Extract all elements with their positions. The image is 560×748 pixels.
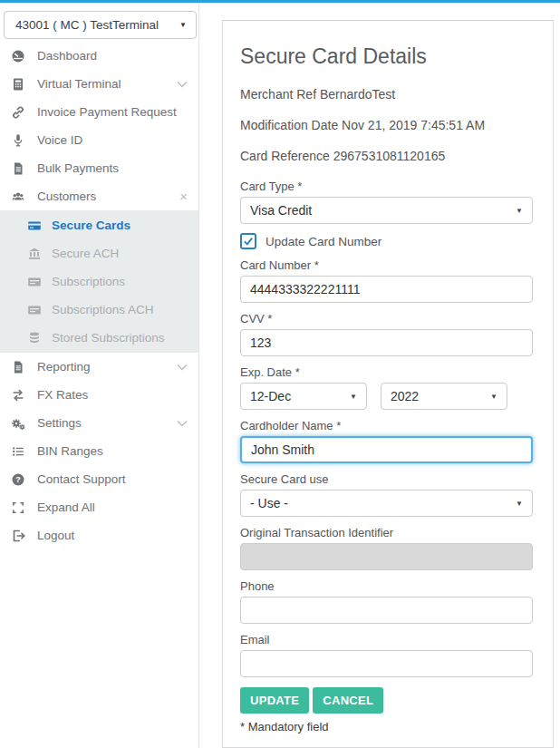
card-type-select[interactable]: Visa Credit ▼ — [240, 197, 533, 224]
original-transaction-identifier-label: Original Transaction Identifier — [240, 526, 533, 539]
sidebar-item-stored-subscriptions[interactable]: Stored Subscriptions — [0, 324, 198, 352]
sidebar-item-fx-rates[interactable]: FX Rates — [0, 381, 198, 409]
update-button[interactable]: UPDATE — [240, 687, 309, 714]
card-icon — [27, 275, 42, 289]
secure-card-use-select[interactable]: - Use - ▼ — [240, 490, 533, 517]
chevron-down-icon — [177, 81, 188, 88]
chevron-down-icon — [177, 420, 188, 427]
sidebar-item-label: Expand All — [37, 500, 188, 514]
sidebar-item-virtual-terminal[interactable]: Virtual Terminal — [0, 70, 198, 98]
link-icon — [11, 105, 25, 120]
sidebar-item-subscriptions-ach[interactable]: Subscriptions ACH — [0, 296, 198, 324]
caret-down-icon: ▼ — [179, 21, 187, 29]
sidebar-item-label: Subscriptions — [52, 275, 125, 288]
merchant-ref-text: Merchant Ref BernardoTest — [240, 87, 533, 102]
customers-submenu: Secure Cards Secure ACH Subscriptions Su… — [0, 210, 198, 353]
dashboard-icon — [11, 49, 25, 63]
cardholder-name-label: Cardholder Name * — [240, 419, 533, 432]
chevron-down-icon — [177, 364, 188, 371]
sidebar-item-bin-ranges[interactable]: BIN Ranges — [0, 437, 198, 465]
sidebar-item-expand-all[interactable]: Expand All — [0, 493, 198, 521]
exp-year-value: 2022 — [391, 389, 419, 403]
sidebar-item-dashboard[interactable]: Dashboard — [0, 42, 198, 70]
caret-down-icon: ▼ — [490, 393, 497, 401]
update-card-number-checkbox-row[interactable]: Update Card Number — [240, 233, 533, 249]
caret-down-icon: ▼ — [516, 207, 523, 215]
sidebar-item-secure-ach[interactable]: Secure ACH — [0, 239, 198, 267]
sidebar-item-customers[interactable]: Customers × — [0, 182, 198, 210]
sidebar-item-contact-support[interactable]: ? Contact Support — [0, 465, 198, 493]
cancel-button[interactable]: CANCEL — [313, 687, 383, 714]
original-transaction-identifier-input — [240, 543, 533, 570]
sidebar-item-label: BIN Ranges — [37, 444, 188, 458]
card-icon — [27, 303, 42, 317]
sidebar-item-invoice-payment-request[interactable]: Invoice Payment Request — [0, 98, 198, 126]
mandatory-field-note: * Mandatory field — [240, 720, 533, 733]
secure-card-details-panel: Secure Card Details Merchant Ref Bernard… — [222, 20, 554, 748]
checkbox-checked-icon[interactable] — [240, 233, 256, 249]
sidebar-item-voice-id[interactable]: Voice ID — [0, 126, 198, 154]
list-icon — [11, 444, 25, 459]
sidebar-item-label: Bulk Payments — [37, 161, 188, 175]
card-number-input[interactable] — [240, 276, 533, 303]
logout-icon — [11, 529, 25, 543]
sidebar-item-label: Customers — [37, 189, 179, 203]
card-reference-text: Card Reference 2967531081120165 — [240, 149, 533, 163]
sidebar-item-subscriptions[interactable]: Subscriptions — [0, 267, 198, 296]
card-type-label: Card Type * — [240, 180, 533, 193]
caret-down-icon: ▼ — [350, 393, 357, 401]
phone-input[interactable] — [240, 597, 533, 624]
top-accent-bar — [0, 0, 560, 3]
credit-card-icon — [27, 219, 42, 233]
phone-label: Phone — [240, 579, 533, 593]
svg-text:?: ? — [15, 474, 21, 484]
terminal-select[interactable]: 43001 ( MC ) TestTerminal ▼ — [4, 11, 197, 39]
collapse-x-icon[interactable]: × — [179, 189, 188, 203]
exp-year-select[interactable]: 2022 ▼ — [381, 383, 507, 410]
terminal-select-value: 43001 ( MC ) TestTerminal — [15, 18, 159, 32]
update-card-number-label: Update Card Number — [266, 235, 381, 248]
card-number-label: Card Number * — [240, 258, 533, 272]
sidebar-item-secure-cards[interactable]: Secure Cards — [0, 211, 198, 239]
secure-card-use-label: Secure Card use — [240, 472, 533, 486]
email-label: Email — [240, 633, 533, 646]
sidebar-item-bulk-payments[interactable]: Bulk Payments — [0, 154, 198, 182]
cvv-input[interactable] — [240, 329, 533, 356]
sidebar-item-label: Stored Subscriptions — [52, 331, 165, 345]
sidebar-item-logout[interactable]: Logout — [0, 521, 198, 549]
exp-month-value: 12-Dec — [250, 389, 291, 403]
email-input[interactable] — [240, 650, 533, 677]
document-icon — [11, 161, 25, 176]
sidebar-item-label: Dashboard — [37, 49, 188, 63]
secure-card-use-value: - Use - — [250, 496, 288, 510]
calculator-icon — [11, 77, 25, 92]
cardholder-name-input[interactable] — [240, 436, 533, 463]
sidebar-item-label: Contact Support — [37, 472, 188, 486]
page-title: Secure Card Details — [240, 44, 533, 69]
caret-down-icon: ▼ — [516, 500, 523, 508]
sidebar-item-settings[interactable]: Settings — [0, 409, 198, 437]
sidebar-item-label: Logout — [37, 529, 188, 542]
sidebar: 43001 ( MC ) TestTerminal ▼ Dashboard Vi… — [0, 3, 199, 748]
exp-month-select[interactable]: 12-Dec ▼ — [240, 383, 367, 410]
customers-icon — [11, 189, 25, 204]
bank-icon — [27, 247, 42, 261]
sidebar-item-reporting[interactable]: Reporting — [0, 353, 198, 381]
gears-icon — [11, 416, 25, 431]
card-type-value: Visa Credit — [250, 203, 312, 218]
database-icon — [27, 331, 42, 345]
cvv-label: CVV * — [240, 312, 533, 325]
sidebar-item-label: Secure Cards — [52, 219, 130, 232]
sidebar-item-label: Virtual Terminal — [37, 77, 177, 91]
sidebar-item-label: Settings — [37, 416, 177, 430]
sidebar-item-label: Subscriptions ACH — [52, 303, 154, 316]
sidebar-item-label: FX Rates — [37, 388, 188, 402]
microphone-icon — [11, 133, 25, 148]
sidebar-item-label: Voice ID — [37, 133, 188, 147]
sidebar-item-label: Reporting — [37, 360, 177, 374]
sidebar-item-label: Invoice Payment Request — [37, 105, 188, 119]
sidebar-item-label: Secure ACH — [52, 247, 119, 260]
exchange-icon — [11, 388, 25, 403]
document-icon — [11, 360, 25, 374]
main-content: Secure Card Details Merchant Ref Bernard… — [199, 3, 560, 748]
